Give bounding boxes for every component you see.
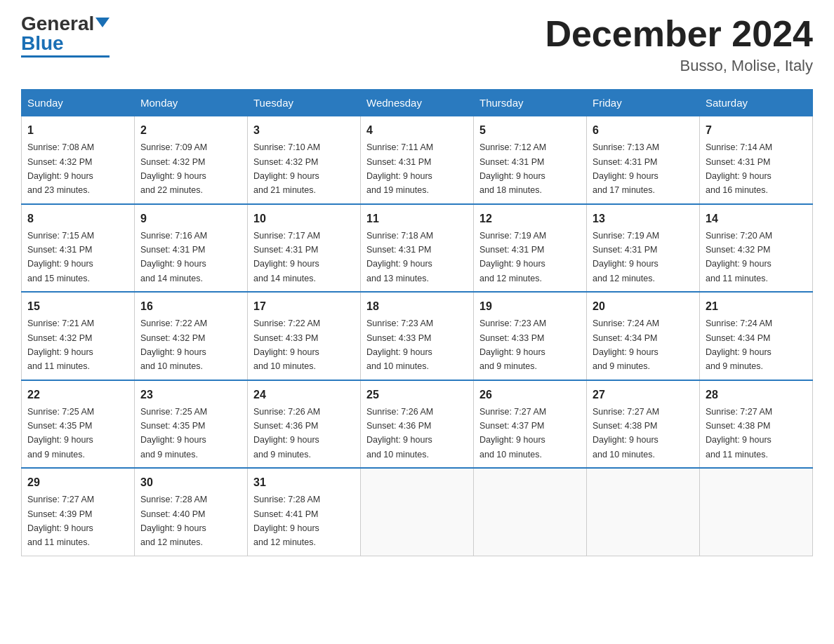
table-row: 14 Sunrise: 7:20 AMSunset: 4:32 PMDaylig… [700,204,813,293]
day-number: 28 [706,387,807,403]
day-number: 30 [140,474,241,491]
table-row: 9 Sunrise: 7:16 AMSunset: 4:31 PMDayligh… [135,204,248,293]
day-number: 13 [593,210,694,227]
day-number: 1 [27,122,128,139]
table-row: 3 Sunrise: 7:10 AMSunset: 4:32 PMDayligh… [248,116,361,204]
day-number: 18 [366,298,468,315]
day-number: 2 [140,122,241,139]
day-info: Sunrise: 7:10 AMSunset: 4:32 PMDaylight:… [253,142,320,195]
day-number: 29 [27,474,128,491]
day-number: 16 [140,298,241,315]
col-monday: Monday [135,90,248,116]
day-number: 11 [366,210,468,227]
day-number: 21 [706,298,807,315]
table-row: 1 Sunrise: 7:08 AMSunset: 4:32 PMDayligh… [22,116,135,204]
day-info: Sunrise: 7:27 AMSunset: 4:39 PMDaylight:… [27,495,94,547]
table-row: 25 Sunrise: 7:26 AMSunset: 4:36 PMDaylig… [361,380,474,469]
col-thursday: Thursday [474,90,587,116]
table-row: 8 Sunrise: 7:15 AMSunset: 4:31 PMDayligh… [22,204,135,293]
day-number: 9 [140,210,241,227]
table-row: 29 Sunrise: 7:27 AMSunset: 4:39 PMDaylig… [22,468,135,556]
day-info: Sunrise: 7:24 AMSunset: 4:34 PMDaylight:… [706,318,772,371]
table-row: 31 Sunrise: 7:28 AMSunset: 4:41 PMDaylig… [248,468,361,556]
table-row: 10 Sunrise: 7:17 AMSunset: 4:31 PMDaylig… [248,204,361,293]
day-info: Sunrise: 7:28 AMSunset: 4:41 PMDaylight:… [253,495,320,547]
day-info: Sunrise: 7:14 AMSunset: 4:31 PMDaylight:… [706,142,772,195]
day-info: Sunrise: 7:27 AMSunset: 4:37 PMDaylight:… [479,407,546,459]
day-info: Sunrise: 7:22 AMSunset: 4:32 PMDaylight:… [140,318,207,371]
col-friday: Friday [587,90,700,116]
calendar-week-1: 1 Sunrise: 7:08 AMSunset: 4:32 PMDayligh… [22,116,813,204]
day-info: Sunrise: 7:19 AMSunset: 4:31 PMDaylight:… [593,231,659,283]
table-row: 24 Sunrise: 7:26 AMSunset: 4:36 PMDaylig… [248,380,361,469]
table-row: 16 Sunrise: 7:22 AMSunset: 4:32 PMDaylig… [135,292,248,380]
day-number: 5 [479,122,581,139]
day-info: Sunrise: 7:13 AMSunset: 4:31 PMDaylight:… [593,142,659,195]
page-header: General Blue December 2024 Busso, Molise… [21,14,813,75]
day-info: Sunrise: 7:18 AMSunset: 4:31 PMDaylight:… [366,231,433,283]
day-number: 15 [27,298,128,315]
table-row: 7 Sunrise: 7:14 AMSunset: 4:31 PMDayligh… [700,116,813,204]
day-info: Sunrise: 7:27 AMSunset: 4:38 PMDaylight:… [593,407,659,459]
day-number: 6 [593,122,694,139]
day-number: 20 [593,298,694,315]
day-info: Sunrise: 7:25 AMSunset: 4:35 PMDaylight:… [27,407,94,459]
table-row: 19 Sunrise: 7:23 AMSunset: 4:33 PMDaylig… [474,292,587,380]
day-number: 14 [706,210,807,227]
day-number: 27 [593,387,694,403]
table-row: 21 Sunrise: 7:24 AMSunset: 4:34 PMDaylig… [700,292,813,380]
day-info: Sunrise: 7:15 AMSunset: 4:31 PMDaylight:… [27,231,94,283]
table-row: 17 Sunrise: 7:22 AMSunset: 4:33 PMDaylig… [248,292,361,380]
day-info: Sunrise: 7:12 AMSunset: 4:31 PMDaylight:… [479,142,546,195]
day-info: Sunrise: 7:26 AMSunset: 4:36 PMDaylight:… [253,407,320,459]
day-info: Sunrise: 7:21 AMSunset: 4:32 PMDaylight:… [27,318,94,371]
day-info: Sunrise: 7:26 AMSunset: 4:36 PMDaylight:… [366,407,433,459]
logo-blue-text: Blue [21,34,64,53]
day-info: Sunrise: 7:20 AMSunset: 4:32 PMDaylight:… [706,231,772,283]
day-number: 19 [479,298,581,315]
day-number: 7 [706,122,807,139]
table-row: 23 Sunrise: 7:25 AMSunset: 4:35 PMDaylig… [135,380,248,469]
day-number: 17 [253,298,355,315]
table-row: 28 Sunrise: 7:27 AMSunset: 4:38 PMDaylig… [700,380,813,469]
day-info: Sunrise: 7:25 AMSunset: 4:35 PMDaylight:… [140,407,207,459]
table-row: 20 Sunrise: 7:24 AMSunset: 4:34 PMDaylig… [587,292,700,380]
calendar-table: Sunday Monday Tuesday Wednesday Thursday… [21,89,813,556]
day-info: Sunrise: 7:17 AMSunset: 4:31 PMDaylight:… [253,231,320,283]
table-row: 27 Sunrise: 7:27 AMSunset: 4:38 PMDaylig… [587,380,700,469]
col-saturday: Saturday [700,90,813,116]
day-number: 24 [253,387,355,403]
day-number: 25 [366,387,468,403]
day-number: 26 [479,387,581,403]
day-info: Sunrise: 7:23 AMSunset: 4:33 PMDaylight:… [479,318,546,371]
day-info: Sunrise: 7:23 AMSunset: 4:33 PMDaylight:… [366,318,433,371]
col-wednesday: Wednesday [361,90,474,116]
table-row: 2 Sunrise: 7:09 AMSunset: 4:32 PMDayligh… [135,116,248,204]
day-number: 31 [253,474,355,491]
table-row: 22 Sunrise: 7:25 AMSunset: 4:35 PMDaylig… [22,380,135,469]
day-number: 3 [253,122,355,139]
calendar-week-2: 8 Sunrise: 7:15 AMSunset: 4:31 PMDayligh… [22,204,813,293]
day-info: Sunrise: 7:09 AMSunset: 4:32 PMDaylight:… [140,142,207,195]
day-number: 22 [27,387,128,403]
logo-underline [21,55,110,58]
logo-triangle-icon [95,18,110,27]
day-number: 12 [479,210,581,227]
table-row: 13 Sunrise: 7:19 AMSunset: 4:31 PMDaylig… [587,204,700,293]
day-info: Sunrise: 7:27 AMSunset: 4:38 PMDaylight:… [706,407,772,459]
day-number: 23 [140,387,241,403]
col-sunday: Sunday [22,90,135,116]
day-info: Sunrise: 7:08 AMSunset: 4:32 PMDaylight:… [27,142,94,195]
table-row: 11 Sunrise: 7:18 AMSunset: 4:31 PMDaylig… [361,204,474,293]
day-info: Sunrise: 7:19 AMSunset: 4:31 PMDaylight:… [479,231,546,283]
calendar-week-4: 22 Sunrise: 7:25 AMSunset: 4:35 PMDaylig… [22,380,813,469]
col-tuesday: Tuesday [248,90,361,116]
table-row: 12 Sunrise: 7:19 AMSunset: 4:31 PMDaylig… [474,204,587,293]
logo-general-text: General [21,14,94,34]
table-row [587,468,700,556]
calendar-week-3: 15 Sunrise: 7:21 AMSunset: 4:32 PMDaylig… [22,292,813,380]
day-info: Sunrise: 7:24 AMSunset: 4:34 PMDaylight:… [593,318,659,371]
table-row: 18 Sunrise: 7:23 AMSunset: 4:33 PMDaylig… [361,292,474,380]
table-row: 15 Sunrise: 7:21 AMSunset: 4:32 PMDaylig… [22,292,135,380]
table-row [474,468,587,556]
